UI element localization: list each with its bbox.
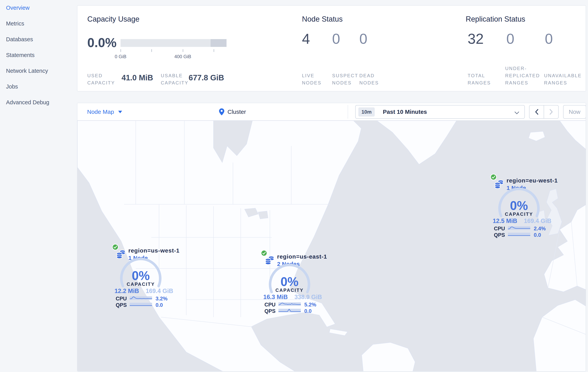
qps-value: 0.0 xyxy=(156,302,163,308)
view-mode-dropdown[interactable]: Node Map xyxy=(87,103,122,121)
region-name: region=us-east-1 xyxy=(277,253,327,260)
axis-tick xyxy=(151,49,152,52)
time-forward-button[interactable] xyxy=(544,106,558,118)
capacity-bar xyxy=(121,39,227,47)
region-name: region=eu-west-1 xyxy=(506,177,558,184)
time-step-buttons xyxy=(529,105,559,119)
total-ranges-count: 32 xyxy=(468,31,483,47)
axis-tick xyxy=(214,49,214,52)
capacity-used-percent: 0.0% xyxy=(87,35,116,50)
sidebar-item-databases[interactable]: Databases xyxy=(0,32,77,47)
time-range-badge: 10m xyxy=(358,107,375,117)
unavailable-ranges-count: 0 xyxy=(545,31,553,47)
sidebar: Overview Metrics Databases Statements Ne… xyxy=(0,0,77,372)
breadcrumb[interactable]: Cluster xyxy=(219,103,246,121)
suspect-nodes-count: 0 xyxy=(332,31,340,47)
cpu-value: 3.2% xyxy=(156,296,168,302)
cpu-value: 2.4% xyxy=(534,226,546,232)
cpu-label: CPU xyxy=(110,296,127,302)
qps-row: QPS 0.0 xyxy=(254,308,325,313)
sidebar-item-network-latency[interactable]: Network Latency xyxy=(0,63,77,79)
region-marker-us-east-1[interactable]: region=us-east-1 2 Nodes 0% CAPACITY 16.… xyxy=(254,248,325,315)
qps-sparkline xyxy=(278,308,301,313)
axis-tick xyxy=(183,49,183,52)
caret-down-icon xyxy=(118,111,122,113)
time-range-label: Past 10 Minutes xyxy=(383,108,427,115)
region-capacity-percent: 0% xyxy=(254,275,325,289)
cpu-row: CPU 2.4% xyxy=(484,226,554,231)
total-ranges-label: TOTAL RANGES xyxy=(468,72,491,86)
region-marker-us-west-1[interactable]: region=us-west-1 1 Node 0% CAPACITY 12.2… xyxy=(106,242,176,308)
axis-tick-label: 400 GiB xyxy=(167,54,198,59)
region-total-capacity: 338.9 GiB xyxy=(291,294,326,301)
cpu-sparkline xyxy=(130,296,152,300)
sidebar-item-metrics[interactable]: Metrics xyxy=(0,16,77,32)
map-toolbar: Node Map Cluster 10m Past 10 Minutes xyxy=(77,103,586,121)
cpu-sparkline xyxy=(278,302,301,306)
dead-nodes-count: 0 xyxy=(359,31,367,47)
now-button[interactable]: Now xyxy=(563,105,586,119)
live-nodes-label: LIVE NODES xyxy=(302,72,321,86)
cpu-label: CPU xyxy=(488,226,505,232)
qps-sparkline xyxy=(130,302,152,307)
region-marker-eu-west-1[interactable]: region=eu-west-1 1 Node 0% CAPACITY 12.5… xyxy=(484,172,554,239)
sidebar-item-jobs[interactable]: Jobs xyxy=(0,79,77,95)
capacity-gauge-label: CAPACITY xyxy=(106,282,176,287)
sidebar-item-advanced-debug[interactable]: Advanced Debug xyxy=(0,95,77,110)
region-used-capacity: 16.3 MiB xyxy=(258,294,293,301)
sidebar-item-overview[interactable]: Overview xyxy=(0,0,77,16)
view-mode-label: Node Map xyxy=(87,108,114,115)
time-back-button[interactable] xyxy=(529,106,544,118)
capacity-bar-other-segment xyxy=(210,39,227,47)
region-total-capacity: 169.4 GiB xyxy=(142,287,177,295)
time-range-select[interactable]: 10m Past 10 Minutes xyxy=(355,105,525,119)
qps-row: QPS 0.0 xyxy=(106,302,176,307)
axis-tick-label: 0 GiB xyxy=(105,54,136,59)
chevron-down-icon xyxy=(514,111,519,114)
qps-value: 0.0 xyxy=(534,232,541,238)
map-pin-icon xyxy=(219,108,224,115)
used-capacity-label: USED CAPACITY xyxy=(87,72,115,86)
node-status-title: Node Status xyxy=(302,15,343,23)
dead-nodes-label: DEAD NODES xyxy=(359,72,379,86)
qps-label: QPS xyxy=(258,308,275,314)
qps-row: QPS 0.0 xyxy=(484,232,554,237)
qps-label: QPS xyxy=(488,232,505,238)
under-replicated-ranges-label: UNDER- REPLICATED RANGES xyxy=(505,65,540,86)
breadcrumb-label: Cluster xyxy=(228,108,246,115)
axis-tick xyxy=(121,49,121,52)
replication-status-title: Replication Status xyxy=(466,15,525,23)
cpu-label: CPU xyxy=(258,302,275,308)
cpu-row: CPU 3.2% xyxy=(106,296,176,301)
toolbar-divider xyxy=(348,105,348,119)
used-capacity-value: 41.0 MiB xyxy=(122,73,153,82)
under-replicated-ranges-count: 0 xyxy=(506,31,514,47)
sidebar-item-statements[interactable]: Statements xyxy=(0,47,77,63)
chevron-right-icon xyxy=(549,109,553,115)
qps-label: QPS xyxy=(110,302,127,308)
cpu-sparkline xyxy=(508,226,530,230)
region-used-capacity: 12.2 MiB xyxy=(109,287,144,295)
usable-capacity-label: USABLE CAPACITY xyxy=(161,72,189,86)
world-map[interactable]: region=us-west-1 1 Node 0% CAPACITY 12.2… xyxy=(77,121,586,372)
node-map-panel: Node Map Cluster 10m Past 10 Minutes xyxy=(77,103,586,372)
capacity-gauge-label: CAPACITY xyxy=(254,287,325,293)
capacity-usage-title: Capacity Usage xyxy=(87,15,139,23)
capacity-gauge-label: CAPACITY xyxy=(484,212,554,217)
region-capacity-percent: 0% xyxy=(106,268,176,283)
qps-sparkline xyxy=(508,232,530,237)
region-capacity-percent: 0% xyxy=(484,198,554,213)
qps-value: 0.0 xyxy=(304,308,312,314)
region-name: region=us-west-1 xyxy=(128,247,180,254)
unavailable-ranges-label: UNAVAILABLE RANGES xyxy=(544,72,582,86)
cpu-value: 5.2% xyxy=(304,302,316,308)
region-total-capacity: 169.4 GiB xyxy=(520,218,555,224)
live-nodes-count: 4 xyxy=(302,31,310,47)
usable-capacity-value: 677.8 GiB xyxy=(189,73,224,82)
chevron-left-icon xyxy=(535,109,539,115)
suspect-nodes-label: SUSPECT NODES xyxy=(332,72,358,86)
cluster-summary-panel: Capacity Usage 0.0% 0 GiB 400 GiB USED C… xyxy=(77,5,586,91)
cpu-row: CPU 5.2% xyxy=(254,302,325,307)
region-used-capacity: 12.5 MiB xyxy=(487,218,523,224)
